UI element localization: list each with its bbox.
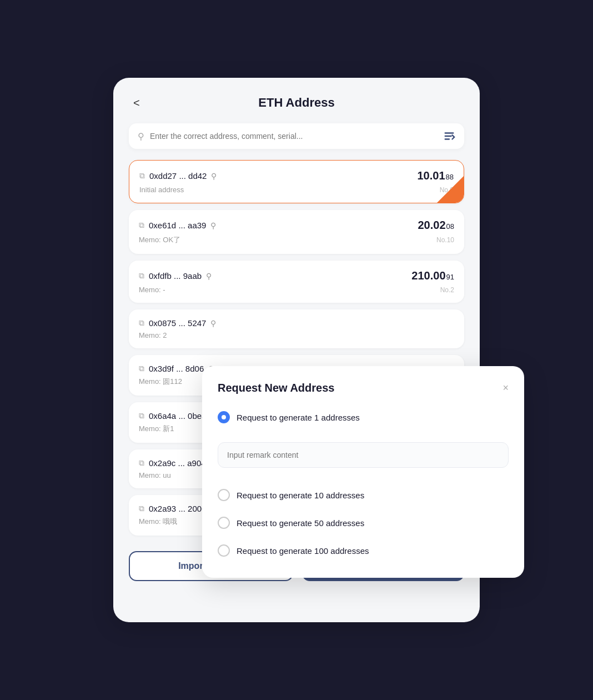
address-row: ⧉ 0x0875 ... 5247 ⚲: [139, 318, 454, 328]
modal-close-button[interactable]: ×: [502, 382, 509, 394]
modal-title: Request New Address: [218, 382, 334, 394]
address-search-icon[interactable]: ⚲: [210, 221, 216, 230]
memo-text: Memo: 2: [139, 331, 167, 339]
amount-row: 20.02 08: [418, 219, 454, 232]
address-row: ⧉ 0xfdfb ... 9aab ⚲ 210.00 91: [139, 269, 454, 282]
copy-icon[interactable]: ⧉: [139, 318, 144, 328]
radio-label: Request to generate 50 addresses: [237, 518, 364, 528]
amount-small: 08: [446, 222, 454, 231]
screen-container: < ETH Address ⚲ ⧉ 0xdd27 ... dd4: [0, 0, 593, 700]
amount-small: 91: [446, 273, 454, 281]
address-search-icon[interactable]: ⚲: [210, 319, 216, 328]
modal-header: Request New Address ×: [218, 382, 509, 394]
address-text: 0x6a4a ... 0be3: [149, 411, 206, 421]
search-icon: ⚲: [138, 131, 144, 142]
number-badge: No.10: [436, 236, 454, 244]
search-bar: ⚲: [129, 123, 464, 149]
address-footer: Initial address No.0: [139, 186, 454, 194]
radio-option[interactable]: Request to generate 50 addresses: [218, 513, 509, 532]
address-card[interactable]: ⧉ 0x0875 ... 5247 ⚲ Memo: 2: [129, 309, 464, 348]
page-title: ETH Address: [258, 96, 334, 110]
radio-label: Request to generate 1 addresses: [237, 413, 360, 422]
filter-button[interactable]: [443, 130, 455, 142]
address-row: ⧉ 0xe61d ... aa39 ⚲ 20.02 08: [139, 219, 454, 232]
memo-text: Memo: 哦哦: [139, 517, 177, 527]
memo-text: Memo: OK了: [139, 235, 180, 245]
copy-icon[interactable]: ⧉: [139, 364, 144, 373]
address-footer: Memo: 2: [139, 331, 454, 339]
radio-circle: [218, 411, 230, 423]
back-button[interactable]: <: [129, 94, 144, 112]
copy-icon[interactable]: ⧉: [139, 411, 144, 421]
amount-row: 210.00 91: [411, 269, 454, 282]
address-text: 0xfdfb ... 9aab: [149, 271, 202, 281]
search-input[interactable]: [150, 132, 438, 141]
main-card: < ETH Address ⚲ ⧉ 0xdd27 ... dd4: [113, 78, 480, 622]
address-text: 0xdd27 ... dd42: [149, 171, 207, 181]
address-text: 0xe61d ... aa39: [149, 221, 206, 230]
address-card[interactable]: ⧉ 0xdd27 ... dd42 ⚲ 10.01 88 Initial add…: [129, 160, 464, 203]
radio-option[interactable]: Request to generate 100 addresses: [218, 541, 509, 560]
remark-input[interactable]: [218, 442, 509, 468]
address-text: 0x0875 ... 5247: [149, 318, 206, 328]
address-text: 0x2a93 ... 2006: [149, 504, 206, 513]
memo-text: Memo: -: [139, 286, 165, 294]
radio-option[interactable]: Request to generate 1 addresses: [218, 408, 509, 427]
copy-icon[interactable]: ⧉: [139, 271, 144, 281]
memo-text: Memo: 新1: [139, 424, 174, 434]
address-left: ⧉ 0xfdfb ... 9aab ⚲: [139, 271, 212, 281]
modal-card: Request New Address × Request to generat…: [202, 366, 524, 578]
radio-label: Request to generate 100 addresses: [237, 546, 369, 556]
modal-options: Request to generate 1 addresses Request …: [218, 408, 509, 560]
memo-text: Memo: uu: [139, 471, 171, 479]
copy-icon[interactable]: ⧉: [139, 221, 144, 230]
highlight-corner: [437, 176, 464, 203]
amount-main: 20.02: [418, 219, 445, 232]
radio-circle: [218, 517, 230, 529]
address-text: 0x2a9c ... a904: [149, 458, 206, 468]
address-card[interactable]: ⧉ 0xe61d ... aa39 ⚲ 20.02 08 Memo: OK了 N…: [129, 210, 464, 254]
address-search-icon[interactable]: ⚲: [206, 272, 212, 281]
address-left: ⧉ 0xe61d ... aa39 ⚲: [139, 221, 216, 230]
radio-label: Request to generate 10 addresses: [237, 491, 364, 500]
radio-option[interactable]: Request to generate 10 addresses: [218, 486, 509, 504]
copy-icon[interactable]: ⧉: [139, 171, 145, 181]
copy-icon[interactable]: ⧉: [139, 504, 144, 513]
address-footer: Memo: - No.2: [139, 286, 454, 294]
address-left: ⧉ 0xdd27 ... dd42 ⚲: [139, 171, 217, 181]
number-badge: No.2: [440, 286, 454, 294]
header: < ETH Address: [129, 96, 464, 110]
memo-text: Initial address: [139, 186, 184, 194]
copy-icon[interactable]: ⧉: [139, 458, 144, 468]
address-left: ⧉ 0x0875 ... 5247 ⚲: [139, 318, 216, 328]
address-row: ⧉ 0xdd27 ... dd42 ⚲ 10.01 88: [139, 169, 454, 182]
address-text: 0x3d9f ... 8d06: [149, 364, 204, 373]
memo-text: Memo: 圆112: [139, 377, 182, 387]
address-search-icon[interactable]: ⚲: [211, 172, 217, 181]
filter-icon: [443, 130, 455, 142]
address-card[interactable]: ⧉ 0xfdfb ... 9aab ⚲ 210.00 91 Memo: - No…: [129, 261, 464, 303]
radio-circle: [218, 489, 230, 501]
amount-main: 210.00: [411, 269, 445, 282]
radio-circle: [218, 544, 230, 557]
address-footer: Memo: OK了 No.10: [139, 235, 454, 245]
